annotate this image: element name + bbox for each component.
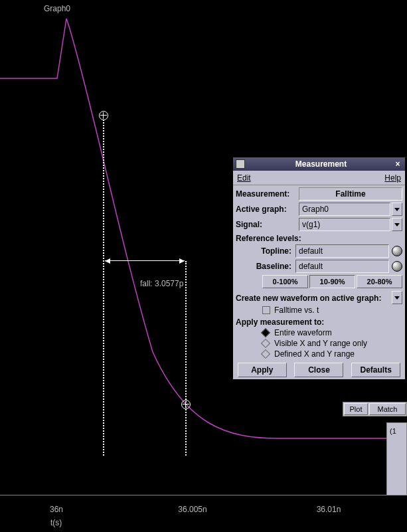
topline-label: Topline: [236,246,295,256]
fall-annotation: fall: 3.0577p [140,279,183,288]
pct-0-100-button[interactable]: 0-100% [262,275,308,288]
radio-entire-waveform[interactable] [261,328,270,337]
menu-edit[interactable]: Edit [237,173,251,183]
radio-defined-range[interactable] [261,349,270,359]
tick-1: 36.005n [178,505,206,514]
falltime-vs-t-label: Falltime vs. t [274,306,319,315]
bg-panel-coord: (1 [386,422,407,495]
radio-visible-range-label: Visible X and Y range only [274,339,367,348]
radio-entire-waveform-label: Entire waveform [274,328,332,337]
tick-0: 36n [50,505,63,514]
menubar: Edit Help [233,171,405,185]
measurement-dialog: Measurement × Edit Help Measurement: Fal… [232,157,406,380]
baseline-label: Baseline: [236,262,295,271]
x-axis-label: t(s) [50,518,62,527]
measurement-arrow [105,260,185,261]
defaults-button[interactable]: Defaults [351,363,400,377]
tick-2: 36.01n [317,505,341,514]
close-icon[interactable]: × [393,159,402,169]
x-axis: 36n 36.005n 36.01n t(s) [0,495,407,532]
window-icon [236,159,245,169]
create-waveform-label: Create new waveform on active graph: [236,294,390,303]
pct-20-80-button[interactable]: 20-80% [357,275,402,288]
baseline-field[interactable]: default [295,260,389,273]
active-graph-field[interactable]: Graph0 [299,203,390,216]
bg-panel-buttons: Plot Match [343,402,407,416]
signal-field[interactable]: v(g1) [299,218,390,231]
baseline-pick-button[interactable] [392,261,402,272]
close-button[interactable]: Close [294,363,343,377]
titlebar[interactable]: Measurement × [233,157,405,171]
marker-topline-cross [100,112,107,119]
radio-defined-range-label: Defined X and Y range [274,349,355,359]
match-button[interactable]: Match [369,403,406,415]
ref-levels-label: Reference levels: [236,234,402,243]
active-graph-dropdown[interactable] [392,203,402,216]
apply-to-label: Apply measurement to: [236,317,402,327]
falltime-vs-t-checkbox[interactable] [262,306,270,314]
menu-help[interactable]: Help [384,173,401,183]
dotted-line-left [103,120,104,456]
plot-button[interactable]: Plot [344,403,368,415]
signal-label: Signal: [236,220,299,229]
coord-text: (1 [390,427,396,435]
dotted-line-right [185,261,187,456]
topline-field[interactable]: default [295,244,389,258]
signal-dropdown[interactable] [392,218,402,231]
measurement-value: Falltime [299,187,402,201]
radio-visible-range[interactable] [261,339,270,348]
pct-10-90-button[interactable]: 10-90% [309,275,355,288]
create-wf-dropdown[interactable] [392,291,402,304]
active-graph-label: Active graph: [236,205,299,214]
topline-pick-button[interactable] [392,246,402,256]
apply-button[interactable]: Apply [238,363,287,377]
dialog-title: Measurement [249,159,393,169]
measurement-label: Measurement: [236,189,299,199]
